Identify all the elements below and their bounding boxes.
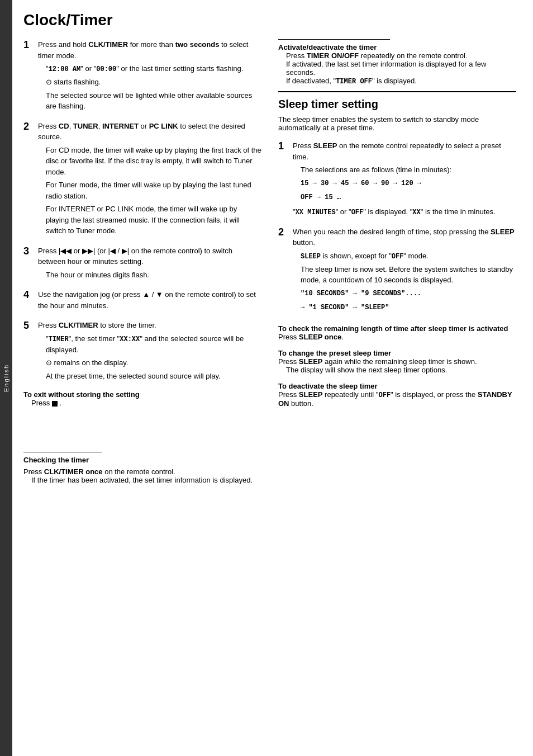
step-2: 2 Press CD, TUNER, INTERNET or PC LINK t… bbox=[23, 121, 261, 239]
change-preset-title: To change the preset sleep timer bbox=[278, 349, 516, 357]
step-5-content: Press CLK/TIMER to store the timer. "TIM… bbox=[38, 320, 261, 384]
stop-icon bbox=[52, 401, 58, 407]
sleep-step-2-content: When you reach the desired length of tim… bbox=[293, 226, 516, 316]
deactivate-sleep-section: To deactivate the sleep timer Press SLEE… bbox=[278, 382, 516, 408]
page-container: English Clock/Timer 1 Press and hold CLK… bbox=[0, 0, 533, 756]
sleep-step-2-line3: The sleep timer is now set. Before the s… bbox=[301, 264, 516, 286]
deactivate-sleep-text: Press SLEEP repeatedly until "OFF" is di… bbox=[278, 390, 516, 408]
sleep-step-1-content: Press SLEEP on the remote control repeat… bbox=[293, 140, 516, 220]
sleep-step-2-number: 2 bbox=[278, 226, 288, 316]
sleep-sequence-4: → "1 SECOND" → "SLEEP" bbox=[301, 302, 516, 314]
main-content: Clock/Timer 1 Press and hold CLK/TIMER f… bbox=[12, 0, 533, 756]
step-2-line-3: For Tuner mode, the timer will wake up b… bbox=[46, 179, 261, 201]
activate-line2: If activated, the last set timer informa… bbox=[286, 60, 516, 77]
activate-line3: If deactivated, "TIMER OFF" is displayed… bbox=[286, 77, 516, 86]
step-3: 3 Press |◀◀ or ▶▶| (or |◀ / ▶| on the re… bbox=[23, 245, 261, 283]
sleep-sequence-1: 15 → 30 → 45 → 60 → 90 → 120 → bbox=[301, 178, 516, 190]
side-tab: English bbox=[0, 0, 12, 756]
change-preset-section: To change the preset sleep timer Press S… bbox=[278, 349, 516, 374]
sleep-section-title: Sleep timer setting bbox=[278, 98, 516, 111]
step-1: 1 Press and hold CLK/TIMER for more than… bbox=[23, 39, 261, 114]
sleep-intro: The sleep timer enables the system to sw… bbox=[278, 115, 516, 132]
step-2-line-2: For CD mode, the timer will wake up by p… bbox=[46, 145, 261, 178]
step-5-line-1: Press CLK/TIMER to store the timer. bbox=[38, 320, 261, 331]
sleep-step-1-line2: The selections are as follows (time in m… bbox=[301, 164, 516, 176]
sleep-step-1: 1 Press SLEEP on the remote control repe… bbox=[278, 140, 516, 220]
sleep-section: Sleep timer setting The sleep timer enab… bbox=[278, 91, 516, 408]
activate-title: Activate/deactivate the timer bbox=[278, 43, 516, 51]
to-exit-text: Press . bbox=[31, 399, 261, 407]
sleep-sequence-2: OFF → 15 … bbox=[301, 192, 516, 204]
step-5-line-2: "TIMER", the set timer "XX:XX" and the s… bbox=[46, 333, 261, 356]
step-5-number: 5 bbox=[23, 320, 34, 384]
step-3-line-1: Press |◀◀ or ▶▶| (or |◀ / ▶| on the remo… bbox=[38, 245, 261, 267]
deactivate-sleep-title: To deactivate the sleep timer bbox=[278, 382, 516, 390]
sleep-step-2: 2 When you reach the desired length of t… bbox=[278, 226, 516, 316]
sleep-step-2-line1: When you reach the desired length of tim… bbox=[293, 226, 516, 248]
check-remaining-section: To check the remaining length of time af… bbox=[278, 324, 516, 341]
step-1-line-1: Press and hold CLK/TIMER for more than t… bbox=[38, 39, 261, 61]
right-column: Activate/deactivate the timer Press TIME… bbox=[278, 39, 516, 484]
checking-timer-wrapper: Checking the timer Press CLK/TIMER once … bbox=[23, 452, 261, 484]
step-4-content: Use the navigation jog (or press ▲ / ▼ o… bbox=[38, 289, 261, 313]
step-4: 4 Use the navigation jog (or press ▲ / ▼… bbox=[23, 289, 261, 313]
sleep-sequence-3: "10 SECONDS" → "9 SECONDS".... bbox=[301, 288, 516, 300]
activate-section: Activate/deactivate the timer Press TIME… bbox=[278, 39, 516, 86]
step-1-line-2: "12:00 AM" or "00:00" or the last timer … bbox=[46, 63, 261, 74]
check-remaining-title: To check the remaining length of time af… bbox=[278, 324, 516, 333]
change-preset-line1: Press SLEEP again while the remaining sl… bbox=[278, 357, 516, 366]
checking-timer-line1: Press CLK/TIMER once on the remote contr… bbox=[23, 467, 261, 476]
step-3-content: Press |◀◀ or ▶▶| (or |◀ / ▶| on the remo… bbox=[38, 245, 261, 283]
sleep-step-1-line1: Press SLEEP on the remote control repeat… bbox=[293, 140, 516, 162]
step-4-line-1: Use the navigation jog (or press ▲ / ▼ o… bbox=[38, 289, 261, 311]
to-exit-section: To exit without storing the setting Pres… bbox=[23, 390, 261, 407]
left-column: 1 Press and hold CLK/TIMER for more than… bbox=[23, 39, 261, 484]
two-column-layout: 1 Press and hold CLK/TIMER for more than… bbox=[23, 39, 516, 484]
to-exit-title: To exit without storing the setting bbox=[23, 390, 261, 399]
step-5-line-3: ⊙ remains on the display. bbox=[46, 357, 261, 368]
step-5-line-4: At the preset time, the selected sound s… bbox=[46, 371, 261, 382]
step-1-line-3: ⊙ starts flashing. bbox=[46, 77, 261, 88]
step-2-content: Press CD, TUNER, INTERNET or PC LINK to … bbox=[38, 121, 261, 239]
step-2-number: 2 bbox=[23, 121, 34, 239]
change-preset-line2: The display will show the next sleep tim… bbox=[286, 366, 516, 374]
checking-timer-title: Checking the timer bbox=[23, 456, 261, 464]
sleep-step-1-line3: "XX MINUTES" or "OFF" is displayed. "XX"… bbox=[293, 206, 516, 218]
checking-timer-content: Press CLK/TIMER once on the remote contr… bbox=[23, 467, 261, 484]
checking-timer-hr bbox=[23, 452, 102, 452]
side-tab-label: English bbox=[3, 364, 9, 392]
step-3-line-2: The hour or minutes digits flash. bbox=[46, 270, 261, 281]
step-2-line-1: Press CD, TUNER, INTERNET or PC LINK to … bbox=[38, 121, 261, 143]
check-remaining-text: Press SLEEP once. bbox=[278, 333, 516, 341]
step-4-number: 4 bbox=[23, 289, 34, 313]
activate-hr bbox=[278, 39, 390, 40]
step-1-line-4: The selected source will be lighted whil… bbox=[46, 90, 261, 112]
sleep-step-2-line2: SLEEP is shown, except for "OFF" mode. bbox=[301, 251, 516, 262]
checking-timer-line2: If the timer has been activated, the set… bbox=[31, 476, 261, 484]
step-1-content: Press and hold CLK/TIMER for more than t… bbox=[38, 39, 261, 114]
step-1-number: 1 bbox=[23, 39, 34, 114]
step-5: 5 Press CLK/TIMER to store the timer. "T… bbox=[23, 320, 261, 384]
page-title: Clock/Timer bbox=[23, 11, 516, 29]
step-2-line-4: For INTERNET or PC LINK mode, the timer … bbox=[46, 204, 261, 237]
sleep-step-1-number: 1 bbox=[278, 140, 288, 220]
activate-line1: Press TIMER ON/OFF repeatedly on the rem… bbox=[286, 51, 516, 60]
step-3-number: 3 bbox=[23, 245, 34, 283]
